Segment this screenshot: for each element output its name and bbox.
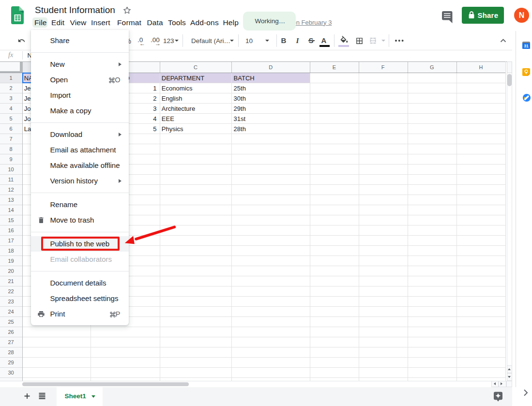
svg-text:31: 31 — [524, 44, 529, 48]
